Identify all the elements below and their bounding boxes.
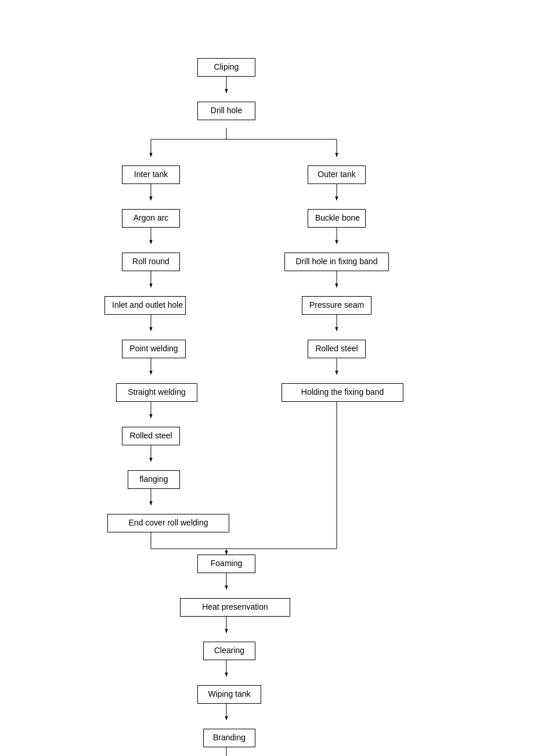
heat-preservation-box: Heat presenvation xyxy=(180,598,290,617)
svg-marker-43 xyxy=(225,629,228,633)
drill-hole-fixing-box: Drill hole in fixing band xyxy=(284,253,389,271)
svg-marker-9 xyxy=(149,197,152,200)
svg-marker-5 xyxy=(149,153,152,157)
wiping-tank-box: Wiping tank xyxy=(197,685,261,704)
svg-marker-21 xyxy=(149,327,152,331)
pressure-seam-box: Pressure seam xyxy=(302,296,371,315)
clearing-box: Clearing xyxy=(203,642,255,660)
branding-box: Branding xyxy=(203,729,255,747)
svg-marker-41 xyxy=(225,586,228,589)
svg-marker-33 xyxy=(149,502,152,505)
svg-marker-45 xyxy=(225,673,228,676)
svg-marker-29 xyxy=(149,415,152,418)
rolled-steel-right-box: Rolled steel xyxy=(308,340,366,358)
flanging-box: flanging xyxy=(128,470,180,489)
svg-marker-23 xyxy=(335,327,338,331)
inlet-outlet-box: Inlet and outlet hole xyxy=(104,296,186,315)
svg-marker-25 xyxy=(149,371,152,375)
cliping-box: Cliping xyxy=(197,58,255,77)
svg-marker-1 xyxy=(225,89,228,93)
roll-round-box: Roll round xyxy=(122,253,180,271)
svg-marker-31 xyxy=(149,458,152,462)
svg-marker-47 xyxy=(225,717,228,720)
drill-hole-box: Drill hole xyxy=(197,102,255,120)
svg-marker-17 xyxy=(149,284,152,287)
rolled-steel-left-box: Rolled steel xyxy=(122,427,180,445)
inter-tank-box: Inter tank xyxy=(122,165,180,184)
foaming-box: Foaming xyxy=(197,555,255,573)
argon-arc-box: Argon arc xyxy=(122,209,180,228)
point-welding-box: Point welding xyxy=(122,340,186,358)
svg-marker-13 xyxy=(149,240,152,244)
holding-fixing-box: Holding the fixing band xyxy=(282,383,403,402)
svg-marker-19 xyxy=(335,284,338,287)
buckle-bone-box: Buckle bone xyxy=(308,209,366,228)
svg-marker-11 xyxy=(335,197,338,200)
svg-marker-7 xyxy=(335,153,338,157)
outer-tank-box: Outer tank xyxy=(308,165,366,184)
svg-marker-27 xyxy=(335,371,338,375)
svg-marker-15 xyxy=(335,240,338,244)
end-cover-box: End cover roll welding xyxy=(107,514,229,532)
straight-welding-box: Straight welding xyxy=(116,383,197,402)
